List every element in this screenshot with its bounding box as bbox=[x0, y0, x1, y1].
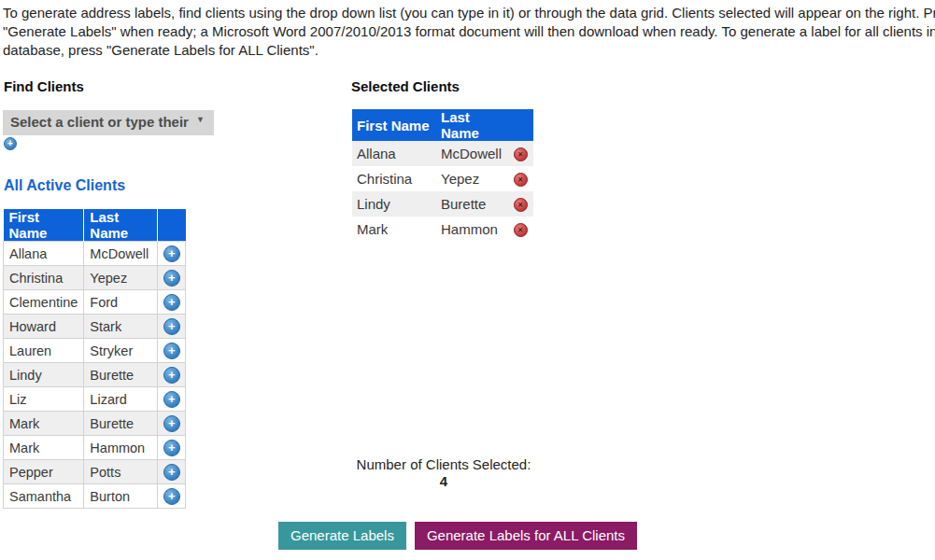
table-row: ChristinaYepez+ bbox=[4, 266, 186, 290]
generate-labels-button[interactable]: Generate Labels bbox=[278, 522, 406, 550]
last-name-cell: Burette bbox=[84, 363, 158, 387]
first-name-cell: Christina bbox=[4, 266, 84, 290]
column-header-last-name: Last Name bbox=[84, 209, 158, 242]
last-name-cell: Burette bbox=[84, 412, 158, 436]
last-name-cell: Lizard bbox=[84, 387, 158, 412]
last-name-cell: McDowell bbox=[436, 141, 507, 166]
first-name-cell: Pepper bbox=[4, 460, 84, 484]
last-name-cell: Yepez bbox=[436, 166, 507, 191]
remove-client-icon[interactable]: ✕ bbox=[514, 198, 528, 212]
selected-count-summary: Number of Clients Selected: 4 bbox=[350, 456, 537, 490]
instructions-line: To generate address labels, find clients… bbox=[3, 4, 935, 22]
action-cell: + bbox=[158, 266, 186, 290]
chevron-down-icon: ▼ bbox=[196, 115, 205, 124]
last-name-cell: Burton bbox=[84, 484, 158, 509]
table-row: LindyBurette+ bbox=[4, 363, 186, 387]
generate-address-labels-page: To generate address labels, find clients… bbox=[0, 0, 935, 560]
table-header-row: First Name Last Name bbox=[352, 109, 533, 141]
table-row: MarkHammon✕ bbox=[352, 217, 533, 242]
instructions-line: "Generate Labels" when ready; a Microsof… bbox=[3, 22, 935, 41]
find-clients-heading: Find Clients bbox=[4, 78, 84, 94]
column-header-actions bbox=[507, 109, 533, 141]
last-name-cell: Burette bbox=[436, 191, 507, 217]
add-client-icon[interactable]: + bbox=[163, 343, 180, 359]
action-cell: ✕ bbox=[507, 141, 533, 166]
column-header-actions bbox=[158, 209, 186, 242]
generate-labels-all-button[interactable]: Generate Labels for ALL Clients bbox=[415, 522, 637, 550]
table-row: LizLizard+ bbox=[4, 387, 186, 412]
last-name-cell: McDowell bbox=[84, 242, 158, 266]
column-header-first-name: First Name bbox=[352, 109, 436, 141]
action-cell: + bbox=[158, 242, 186, 266]
first-name-cell: Allana bbox=[352, 141, 436, 166]
add-client-icon[interactable]: + bbox=[163, 391, 180, 408]
remove-client-icon[interactable]: ✕ bbox=[514, 223, 528, 237]
add-client-icon[interactable]: + bbox=[163, 294, 180, 311]
add-client-icon[interactable]: + bbox=[163, 367, 180, 384]
first-name-cell: Lindy bbox=[4, 363, 84, 387]
action-cell: + bbox=[158, 290, 186, 315]
first-name-cell: Christina bbox=[352, 166, 436, 191]
remove-client-icon[interactable]: ✕ bbox=[514, 147, 528, 161]
first-name-cell: Howard bbox=[4, 315, 84, 339]
table-row: SamanthaBurton+ bbox=[4, 484, 186, 509]
action-cell: + bbox=[158, 387, 186, 412]
action-cell: + bbox=[158, 460, 186, 484]
action-cell: + bbox=[158, 363, 186, 387]
selected-count-value: 4 bbox=[350, 473, 537, 490]
last-name-cell: Hammon bbox=[84, 436, 158, 460]
add-selected-client-icon[interactable]: + bbox=[4, 137, 17, 150]
table-row: HowardStark+ bbox=[4, 315, 186, 339]
action-cell: ✕ bbox=[507, 191, 533, 217]
action-cell: ✕ bbox=[507, 217, 533, 242]
action-cell: + bbox=[158, 412, 186, 436]
remove-client-icon[interactable]: ✕ bbox=[514, 173, 528, 187]
last-name-cell: Yepez bbox=[84, 266, 158, 290]
add-client-icon[interactable]: + bbox=[163, 440, 180, 456]
add-client-icon[interactable]: + bbox=[163, 488, 180, 505]
first-name-cell: Mark bbox=[352, 217, 436, 242]
selected-clients-table: First Name Last Name AllanaMcDowell✕Chri… bbox=[352, 109, 533, 242]
instructions-paragraph: To generate address labels, find clients… bbox=[3, 4, 935, 60]
table-row: ClementineFord+ bbox=[4, 290, 186, 315]
table-row: AllanaMcDowell✕ bbox=[352, 141, 533, 166]
table-row: MarkBurette+ bbox=[4, 412, 186, 436]
client-dropdown[interactable]: Select a client or type their na ▼ bbox=[3, 110, 214, 135]
action-buttons-row: Generate Labels Generate Labels for ALL … bbox=[278, 522, 637, 550]
add-client-icon[interactable]: + bbox=[163, 415, 180, 432]
first-name-cell: Lindy bbox=[352, 191, 436, 217]
instructions-line: database, press "Generate Labels for ALL… bbox=[3, 41, 935, 60]
first-name-cell: Lauren bbox=[4, 339, 84, 363]
first-name-cell: Liz bbox=[4, 387, 84, 412]
first-name-cell: Mark bbox=[4, 436, 84, 460]
last-name-cell: Stark bbox=[84, 315, 158, 339]
table-row: ChristinaYepez✕ bbox=[352, 166, 533, 191]
last-name-cell: Potts bbox=[84, 460, 158, 484]
all-active-clients-table: First Name Last Name AllanaMcDowell+Chri… bbox=[3, 209, 186, 509]
table-row: PepperPotts+ bbox=[4, 460, 186, 484]
first-name-cell: Samantha bbox=[4, 484, 84, 509]
action-cell: ✕ bbox=[507, 166, 533, 191]
action-cell: + bbox=[158, 315, 186, 339]
action-cell: + bbox=[158, 484, 186, 509]
table-row: LindyBurette✕ bbox=[352, 191, 533, 217]
add-client-icon[interactable]: + bbox=[163, 464, 180, 481]
first-name-cell: Mark bbox=[4, 412, 84, 436]
first-name-cell: Clementine bbox=[4, 290, 84, 315]
action-cell: + bbox=[158, 436, 186, 460]
table-row: MarkHammon+ bbox=[4, 436, 186, 460]
last-name-cell: Stryker bbox=[84, 339, 158, 363]
client-dropdown-placeholder: Select a client or type their na bbox=[10, 114, 190, 130]
add-client-icon[interactable]: + bbox=[163, 245, 180, 262]
table-row: LaurenStryker+ bbox=[4, 339, 186, 363]
action-cell: + bbox=[158, 339, 186, 363]
column-header-last-name: Last Name bbox=[436, 109, 507, 141]
column-header-first-name: First Name bbox=[4, 209, 84, 242]
selected-clients-heading: Selected Clients bbox=[351, 78, 460, 94]
first-name-cell: Allana bbox=[4, 242, 84, 266]
table-row: AllanaMcDowell+ bbox=[4, 242, 186, 266]
last-name-cell: Hammon bbox=[436, 217, 507, 242]
add-client-icon[interactable]: + bbox=[163, 270, 180, 287]
table-header-row: First Name Last Name bbox=[4, 209, 186, 242]
add-client-icon[interactable]: + bbox=[163, 318, 180, 335]
